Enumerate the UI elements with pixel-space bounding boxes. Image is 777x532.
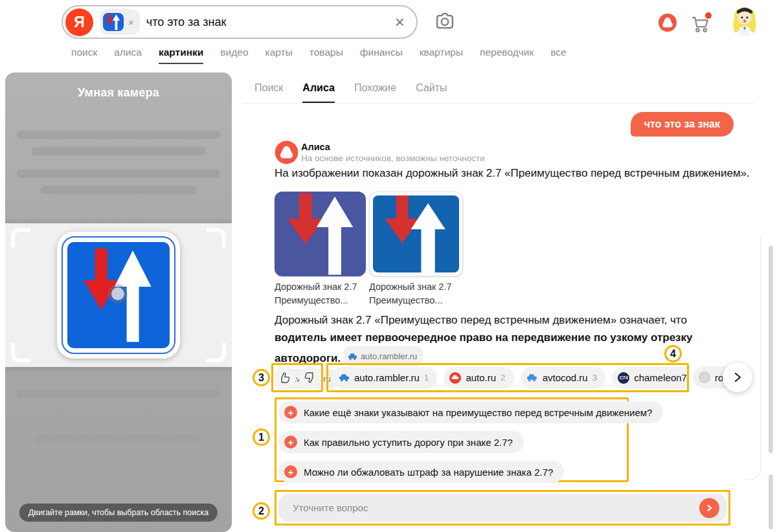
chat-card-edge [745,234,761,480]
drag-dot[interactable] [111,287,124,300]
source-favicon-icon [526,372,538,384]
source-favicon-icon [449,372,461,384]
camera-panel-title: Умная камера [5,86,232,100]
tab-poisk[interactable]: Поиск [254,82,283,104]
send-button[interactable] [699,498,719,518]
image-caption[interactable]: Дорожный знак 2.7 Преимущество... [275,280,357,307]
nav-karty[interactable]: карты [265,47,293,64]
sources-scroll-next-button[interactable] [723,362,752,392]
plus-icon: + [284,465,297,478]
answer-intro-text: На изображении показан дорожный знак 2.7… [275,167,754,180]
sources-annotation-box: auto.rambler.ru 1 auto.ru 2 avtocod.ru 3… [326,363,689,392]
nav-vse[interactable]: все [550,47,566,64]
image-thumbnail-chip[interactable]: × [100,9,140,35]
tabs-divider [243,103,754,104]
thumbs-down-button[interactable] [299,366,322,389]
results-tabs: Поиск Алиса Похожие Сайты [254,82,447,104]
nav-perevodchik[interactable]: переводчик [480,47,534,64]
cart-badge [705,12,712,19]
scrollbar-thumb[interactable] [769,474,773,529]
smart-camera-icon[interactable] [433,11,457,36]
yandex-logo[interactable]: Я [65,8,93,36]
cart-icon[interactable] [689,12,712,35]
suggestion-chip[interactable]: + Какие ещё знаки указывают на преимущес… [278,401,663,423]
nav-kvartiry[interactable]: квартиры [420,47,463,64]
profile-avatar[interactable] [728,3,761,37]
nav-video[interactable]: видео [220,47,248,64]
nav-alisa[interactable]: алиса [114,47,142,64]
service-nav: поиск алиса картинки видео карты товары … [71,47,567,64]
alisa-disclaimer: На основе источников, возможны неточност… [301,153,485,163]
search-bar[interactable]: Я × что это за знак × [62,5,418,39]
car-favicon-icon [348,353,357,360]
queried-road-sign-image [57,232,180,359]
source-chip[interactable]: auto.ru 2 [444,367,513,389]
source-chip[interactable]: avtocod.ru 3 [521,367,606,389]
nav-tovary[interactable]: товары [310,47,343,64]
user-message-bubble: что это за знак [631,112,734,137]
tab-pohozhie[interactable]: Похожие [354,82,396,104]
scrollbar-thumb[interactable] [769,246,773,453]
annotation-2: 2 [253,502,270,520]
crop-selection-area[interactable] [5,223,232,367]
source-chip[interactable]: auto.rambler.ru 1 [332,367,437,389]
clarify-question-input[interactable] [278,494,726,522]
source-chip[interactable]: C74 chameleon74.ru 4 [612,367,689,389]
image-caption[interactable]: Дорожный знак 2.7 Преимущество... [369,280,452,307]
crop-handle-bottom-right[interactable] [207,343,226,362]
nav-kartinki[interactable]: картинки [159,47,203,64]
crop-hint: Двигайте рамки, чтобы выбрать область по… [19,504,218,522]
plus-icon: + [284,406,297,419]
suggestion-chip[interactable]: + Можно ли обжаловать штраф за нарушение… [278,461,564,483]
clear-search-icon[interactable]: × [395,14,405,30]
plus-icon: + [284,436,297,449]
tab-alisa[interactable]: Алиса [302,82,335,104]
result-image-card[interactable] [275,192,366,276]
nav-poisk[interactable]: поиск [71,47,97,64]
crop-handle-bottom-left[interactable] [11,343,30,362]
annotation-3: 3 [253,369,270,386]
tab-sajty[interactable]: Сайты [416,82,447,104]
thumbs-up-button[interactable] [273,366,296,389]
source-favicon-icon [699,371,710,383]
suggestions-annotation-box: + Какие ещё знаки указывают на преимущес… [275,397,629,482]
search-input[interactable]: что это за знак [146,16,388,29]
alisa-icon[interactable] [658,13,677,32]
suggestion-chip[interactable]: + Как правильно уступить дорогу при знак… [278,431,524,453]
remove-thumbnail-icon[interactable]: × [128,17,134,27]
crop-handle-top-right[interactable] [207,228,226,247]
alisa-avatar-icon [275,140,298,164]
feedback-annotation-box [271,363,323,392]
annotation-1: 1 [253,428,270,446]
crop-handle-top-left[interactable] [11,228,30,247]
ask-annotation-box [275,490,730,526]
alisa-name: Алиса [301,142,330,152]
sign-thumbnail-image [103,13,124,31]
source-favicon-icon: C74 [618,372,629,384]
smart-camera-panel: Умная камера Двигайте рамки, [5,72,232,532]
annotation-4: 4 [664,345,682,362]
result-image-card[interactable] [369,192,463,276]
source-favicon-icon [338,372,350,384]
nav-finansy[interactable]: финансы [360,47,403,64]
yandex-images-page: Я × что это за знак × [0,0,777,532]
